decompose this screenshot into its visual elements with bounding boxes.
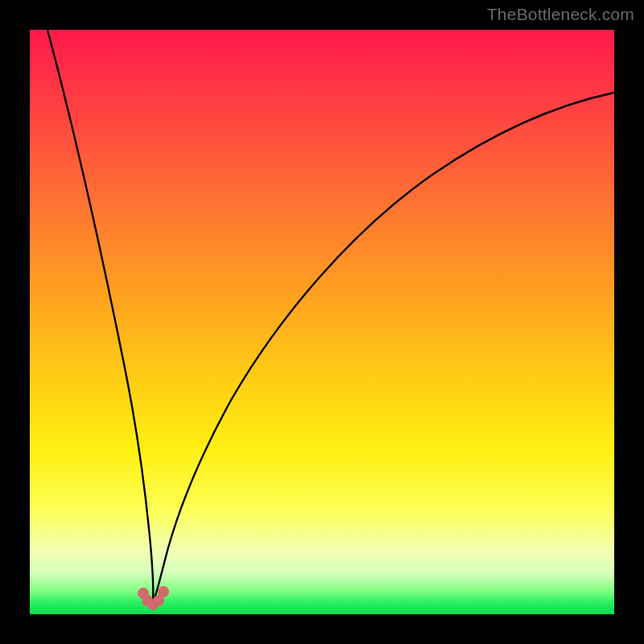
watermark-text: TheBottleneck.com [487, 5, 634, 24]
plot-area [30, 30, 614, 614]
valley-dot [158, 586, 169, 597]
curve-svg [30, 30, 614, 614]
outer-frame: TheBottleneck.com [0, 0, 644, 644]
right-branch-path [153, 93, 614, 603]
left-branch-path [47, 30, 153, 603]
